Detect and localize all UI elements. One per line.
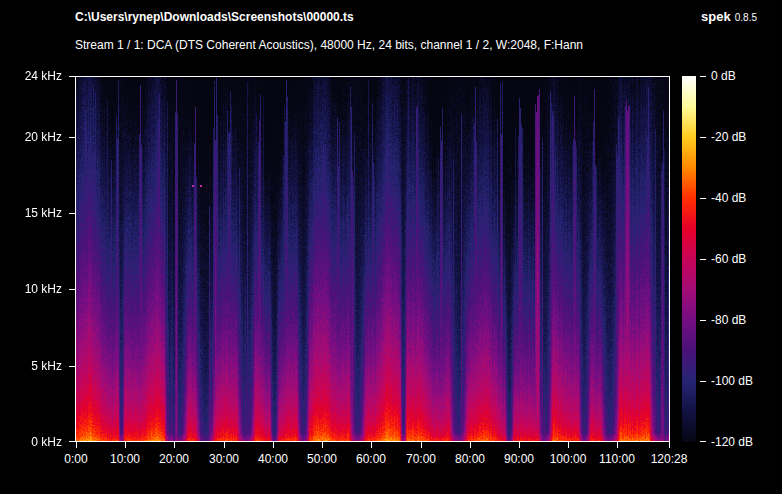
db-tick — [700, 137, 706, 138]
y-tick — [69, 366, 75, 367]
x-tick — [617, 442, 618, 448]
app-brand: spek 0.8.5 — [701, 9, 757, 24]
db-tick — [700, 381, 706, 382]
x-tick-label: 120:28 — [637, 451, 701, 467]
x-tick — [125, 442, 126, 448]
db-tick-label: -20 dB — [711, 129, 746, 145]
db-tick — [700, 320, 706, 321]
db-tick — [700, 441, 706, 442]
x-tick — [669, 442, 670, 448]
y-tick — [69, 213, 75, 214]
db-tick-label: -40 dB — [711, 190, 746, 206]
db-tick-label: -60 dB — [711, 251, 746, 267]
y-tick-label: 5 kHz — [0, 358, 62, 374]
y-tick — [69, 137, 75, 138]
y-tick-label: 10 kHz — [0, 281, 62, 297]
db-tick — [700, 259, 706, 260]
stream-info: Stream 1 / 1: DCA (DTS Coherent Acoustic… — [75, 38, 583, 52]
y-tick-label: 20 kHz — [0, 129, 62, 145]
spectrogram-plot — [75, 76, 670, 442]
x-tick — [568, 442, 569, 448]
x-tick — [519, 442, 520, 448]
x-tick — [76, 442, 77, 448]
app-name: spek — [701, 9, 731, 24]
db-tick-label: -120 dB — [711, 434, 753, 450]
x-tick — [421, 442, 422, 448]
app-version: 0.8.5 — [735, 12, 757, 23]
db-tick-label: -80 dB — [711, 312, 746, 328]
y-tick — [69, 76, 75, 77]
spectrogram-canvas — [76, 77, 669, 441]
db-colorbar — [682, 76, 696, 442]
y-tick-label: 0 kHz — [0, 434, 62, 450]
db-tick-label: -100 dB — [711, 373, 753, 389]
db-tick — [700, 198, 706, 199]
y-tick — [69, 441, 75, 442]
x-tick — [174, 442, 175, 448]
db-tick-label: 0 dB — [711, 68, 736, 84]
x-tick — [322, 442, 323, 448]
y-tick-label: 15 kHz — [0, 205, 62, 221]
db-tick — [700, 76, 706, 77]
file-path-title: C:\Users\rynep\Downloads\Screenshots\000… — [75, 10, 354, 24]
x-tick — [371, 442, 372, 448]
x-tick — [273, 442, 274, 448]
y-tick-label: 24 kHz — [0, 68, 62, 84]
y-tick — [69, 289, 75, 290]
x-tick — [224, 442, 225, 448]
spek-window: C:\Users\rynep\Downloads\Screenshots\000… — [0, 0, 782, 494]
x-tick — [470, 442, 471, 448]
